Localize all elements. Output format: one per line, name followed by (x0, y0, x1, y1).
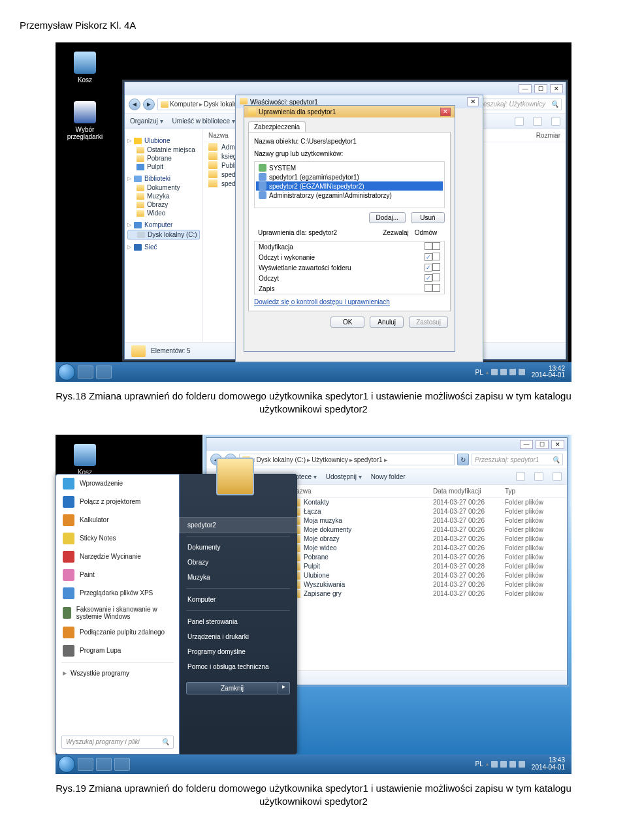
start-right-item[interactable]: Muzyka (180, 570, 297, 585)
allow-checkbox[interactable]: ✓ (425, 253, 432, 261)
view-button[interactable] (515, 117, 524, 126)
nav-favorites[interactable]: Ulubione (127, 137, 200, 144)
start-right-item[interactable]: Programy domyślne (180, 644, 297, 659)
shutdown-button[interactable]: Zamknij▸ (186, 682, 290, 694)
deny-checkbox[interactable] (432, 273, 440, 281)
lang-indicator[interactable]: PL (475, 760, 483, 768)
close-button[interactable]: ✕ (467, 97, 479, 106)
recycle-bin-icon[interactable]: Kosz (62, 52, 108, 84)
tray-icon[interactable] (500, 761, 507, 768)
crumb[interactable]: Dysk lokalny (C:) (257, 456, 306, 463)
nav-back-button[interactable]: ◄ (129, 99, 140, 110)
organize-menu[interactable]: Organizuj (130, 117, 163, 125)
crumb[interactable]: spedytor1 (354, 456, 383, 463)
nav-computer[interactable]: Komputer (127, 221, 200, 228)
file-row[interactable]: Łącza2014-03-27 00:26Folder plików (285, 507, 567, 516)
nav-network[interactable]: Sieć (127, 243, 200, 251)
nav-downloads[interactable]: Pobrane (127, 154, 200, 163)
file-row[interactable]: Moja muzyka2014-03-27 00:26Folder plików (285, 516, 567, 525)
remove-button[interactable]: Usuń (411, 212, 445, 223)
deny-checkbox[interactable] (432, 242, 440, 250)
start-right-item[interactable]: Dokumenty (180, 540, 297, 555)
maximize-button[interactable]: ☐ (536, 440, 549, 449)
file-row[interactable]: Moje wideo2014-03-27 00:26Folder plików (285, 544, 567, 553)
tray-icon[interactable] (509, 369, 516, 375)
address-bar[interactable]: « Dysk lokalny (C:)▸ Użytkownicy▸ spedyt… (239, 454, 455, 465)
start-item[interactable]: Narzędzie Wycinanie (56, 548, 179, 566)
start-search[interactable]: Wyszukaj programy i pliki🔍 (61, 736, 174, 749)
start-right-item[interactable]: Komputer (180, 592, 297, 607)
nav-recent[interactable]: Ostatnie miejsca (127, 146, 200, 154)
start-right-item[interactable]: Obrazy (180, 555, 297, 570)
view-button[interactable] (516, 472, 525, 481)
nav-libraries[interactable]: Biblioteki (127, 175, 200, 182)
task-ie-icon[interactable] (78, 758, 93, 771)
tray-icon[interactable] (491, 369, 498, 375)
minimize-button[interactable]: — (520, 440, 533, 449)
library-menu[interactable]: Umieść w bibliotece (172, 117, 235, 125)
refresh-button[interactable]: ↻ (457, 454, 469, 465)
allow-checkbox[interactable] (425, 242, 432, 250)
tray-icon[interactable] (519, 369, 525, 375)
deny-checkbox[interactable] (432, 253, 440, 260)
col-type[interactable]: Typ (505, 488, 560, 495)
share-menu[interactable]: Udostępnij (326, 473, 362, 480)
file-row[interactable]: Moje dokumenty2014-03-27 00:26Folder pli… (285, 525, 567, 535)
task-wmp-icon[interactable] (114, 758, 130, 771)
start-item[interactable]: Wprowadzenie (56, 474, 179, 493)
task-explorer-icon[interactable] (96, 758, 112, 771)
minimize-button[interactable]: — (519, 84, 532, 93)
clock[interactable]: 13:422014-04-01 (528, 366, 569, 379)
file-row[interactable]: Zapisane gry2014-03-27 00:26Folder plikó… (285, 589, 567, 599)
start-button[interactable] (58, 756, 75, 773)
start-item[interactable]: Faksowanie i skanowanie w systemie Windo… (56, 602, 179, 623)
start-button[interactable] (58, 364, 75, 381)
browser-chooser-icon[interactable]: Wybór przeglądarki (62, 101, 108, 140)
file-row[interactable]: Ulubione2014-03-27 00:26Folder plików (285, 571, 567, 580)
groups-listbox[interactable]: SYSTEM spedytor1 (egzamin\spedytor1) spe… (254, 161, 445, 208)
file-row[interactable]: Moje obrazy2014-03-27 00:26Folder plików (285, 535, 567, 544)
file-row[interactable]: Wyszukiwania2014-03-27 00:26Folder plikó… (285, 580, 567, 589)
start-user[interactable]: spedytor2 (180, 518, 297, 533)
start-item[interactable]: Przeglądarka plików XPS (56, 584, 179, 602)
start-item[interactable]: Połącz z projektorem (56, 493, 179, 511)
all-programs[interactable]: ▶Wszystkie programy (56, 666, 179, 681)
security-tab[interactable]: Zabezpieczenia (248, 121, 306, 132)
close-button[interactable]: ✕ (550, 84, 563, 93)
nav-cdrive[interactable]: Dysk lokalny (C:) (127, 230, 200, 240)
task-wmp-icon[interactable] (96, 366, 112, 379)
start-right-item[interactable]: Panel sterowania (180, 614, 297, 629)
file-row[interactable]: Kontakty2014-03-27 00:26Folder plików (285, 498, 567, 507)
group-item[interactable]: SYSTEM (256, 163, 443, 172)
crumb[interactable]: Użytkownicy (312, 456, 348, 463)
group-item-selected[interactable]: spedytor2 (EGZAMIN\spedytor2) (256, 181, 443, 191)
col-name[interactable]: Nazwa (291, 488, 433, 495)
search-field[interactable]: Przeszukaj: Użytkownicy🔍 (470, 99, 562, 110)
preview-button[interactable] (533, 117, 542, 126)
deny-checkbox[interactable] (432, 284, 440, 292)
preview-button[interactable] (534, 472, 543, 481)
start-right-item[interactable]: Pomoc i obsługa techniczna (180, 659, 297, 674)
start-item[interactable]: Kalkulator (56, 511, 179, 529)
col-size[interactable]: Rozmiar (536, 132, 560, 139)
col-date[interactable]: Data modyfikacji (433, 488, 505, 495)
col-name[interactable]: Nazwa (208, 132, 229, 139)
nav-desktop[interactable]: Pulpit (127, 163, 200, 171)
tray-icon[interactable] (509, 761, 516, 768)
lang-indicator[interactable]: PL (475, 369, 483, 376)
nav-pics[interactable]: Obrazy (127, 200, 200, 209)
group-item[interactable]: spedytor1 (egzamin\spedytor1) (256, 172, 443, 181)
help-button[interactable] (553, 472, 562, 481)
tray-icon[interactable] (519, 761, 525, 768)
close-button[interactable]: ✕ (440, 108, 451, 116)
learn-more-link[interactable]: Dowiedz się o kontroli dostępu i uprawni… (254, 294, 445, 305)
nav-vids[interactable]: Wideo (127, 209, 200, 217)
nav-forward-button[interactable]: ► (143, 99, 155, 110)
nav-docs[interactable]: Dokumenty (127, 183, 200, 192)
tray-icon[interactable] (491, 761, 498, 768)
crumb[interactable]: Komputer (170, 101, 198, 108)
search-field[interactable]: Przeszukaj: spedytor1🔍 (472, 454, 563, 465)
start-item[interactable]: Paint (56, 566, 179, 584)
help-button[interactable] (551, 117, 560, 126)
clock[interactable]: 13:432014-04-01 (528, 757, 569, 771)
